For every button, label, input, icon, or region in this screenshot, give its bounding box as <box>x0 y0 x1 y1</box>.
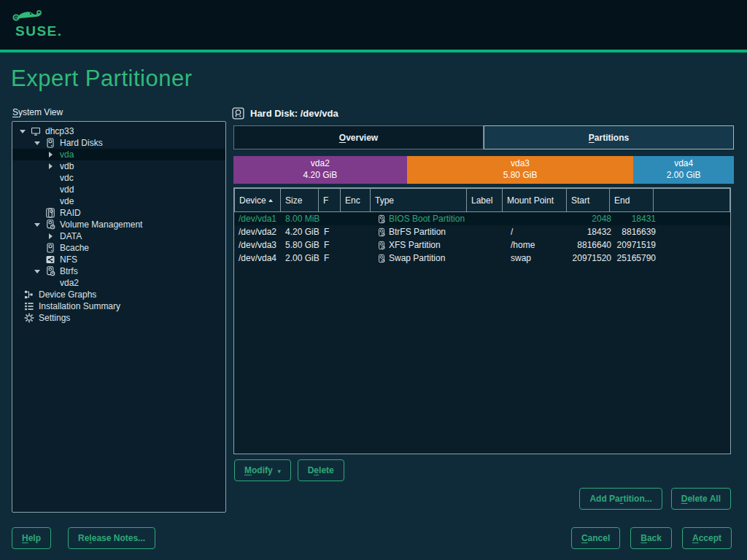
expanded-arrow-icon[interactable] <box>34 223 45 227</box>
tree-item-raid[interactable]: RAID <box>12 207 225 219</box>
tree-item-vdd[interactable]: vdd <box>12 184 225 195</box>
cell-type: Swap Partition <box>373 253 470 263</box>
tree-item-hard-disks[interactable]: Hard Disks <box>12 137 225 149</box>
row-actions: Modify▾Delete <box>234 459 344 481</box>
tab-partitions[interactable]: Partitions <box>484 125 734 149</box>
expanded-arrow-icon[interactable] <box>34 270 45 273</box>
expanded-arrow-icon[interactable] <box>34 141 45 145</box>
column-header-label: End <box>614 195 630 206</box>
tree-item-label: RAID <box>60 208 81 218</box>
raid-icon <box>45 208 55 218</box>
graphs-icon <box>24 289 34 300</box>
tree-item-label: Settings <box>39 313 70 323</box>
cancel-button[interactable]: Cancel <box>571 527 620 549</box>
cell-start: 18432 <box>571 227 615 237</box>
tree-item-label: dhcp33 <box>45 126 74 136</box>
column-header-label: Enc <box>345 195 360 206</box>
cell-f: F <box>320 227 342 237</box>
partition-segment-vda4[interactable]: vda42.00 GiB <box>633 156 734 184</box>
summary-icon <box>24 301 34 311</box>
column-header-mount[interactable]: Mount Point <box>502 188 567 212</box>
system-view-tree: dhcp33Hard DisksvdavdbvdcvddvdeRAIDVolum… <box>12 121 226 513</box>
tree-item-nfs[interactable]: NFS <box>12 254 225 265</box>
partition-segment-vda2[interactable]: vda24.20 GiB <box>233 156 407 184</box>
column-header-label[interactable]: Label <box>466 188 503 212</box>
tree-item-vda[interactable]: vda <box>12 149 225 160</box>
tree-item-label: Hard Disks <box>60 138 103 148</box>
hard-disk-icon <box>45 243 55 253</box>
cell-f: F <box>320 240 342 250</box>
cell-start: 2048 <box>571 214 615 224</box>
tree-item-label: NFS <box>60 254 77 265</box>
collapsed-arrow-icon[interactable] <box>49 233 60 239</box>
cell-type-label: BIOS Boot Partition <box>389 214 465 224</box>
tree-item-installation-summary[interactable]: Installation Summary <box>12 300 225 312</box>
tree-item-bcache[interactable]: Bcache <box>12 242 225 254</box>
collapsed-arrow-icon[interactable] <box>49 152 60 158</box>
column-header-size[interactable]: Size <box>280 188 319 212</box>
tree-item-label: vdb <box>60 161 74 171</box>
tree-item-settings[interactable]: Settings <box>12 312 225 324</box>
hard-disk-icon <box>232 107 244 120</box>
partition-size: 5.80 GiB <box>503 170 538 182</box>
column-header-enc[interactable]: Enc <box>340 188 371 212</box>
tree-item-device-graphs[interactable]: Device Graphs <box>12 289 225 300</box>
tree-item-label: Device Graphs <box>39 289 96 300</box>
partitions-table: DeviceSizeFEncTypeLabelMount PointStartE… <box>233 187 731 454</box>
tree-item-vde[interactable]: vde <box>12 195 225 207</box>
column-header-label: Mount Point <box>507 195 554 206</box>
tree-item-btrfs[interactable]: Btrfs <box>12 265 225 277</box>
tree-item-vdc[interactable]: vdc <box>12 172 225 184</box>
cell-end: 18431 <box>615 214 659 224</box>
disk-small-icon <box>377 228 386 237</box>
tree-item-dhcp33[interactable]: dhcp33 <box>12 125 225 137</box>
tree-item-label: vde <box>60 196 74 206</box>
footer-right-buttons: CancelBackAccept <box>571 527 732 549</box>
tab-overview[interactable]: Overview <box>233 125 484 149</box>
table-row-dev-vda4[interactable]: /dev/vda42.00 GiBFSwap Partitionswap2097… <box>234 252 730 265</box>
column-header-f[interactable]: F <box>318 188 341 212</box>
cell-device: /dev/vda3 <box>234 240 281 250</box>
add-partition-button[interactable]: Add Partition... <box>579 488 662 510</box>
partition-name: vda3 <box>511 158 530 170</box>
partition-size: 2.00 GiB <box>667 170 701 182</box>
table-body: /dev/vda18.00 MiBBIOS Boot Partition2048… <box>234 212 730 265</box>
back-button[interactable]: Back <box>630 527 672 549</box>
column-header-device[interactable]: Device <box>234 188 281 212</box>
cell-end: 25165790 <box>615 253 659 263</box>
tree-item-vdb[interactable]: vdb <box>12 160 225 172</box>
column-header-type[interactable]: Type <box>370 188 467 212</box>
tree-item-data[interactable]: DATA <box>12 230 225 242</box>
gear-icon <box>24 313 34 323</box>
tree-item-label: vda2 <box>60 278 79 288</box>
tree-item-volume-management[interactable]: Volume Management <box>12 219 225 230</box>
table-row-dev-vda3[interactable]: /dev/vda35.80 GiBFXFS Partition/home8816… <box>234 238 730 252</box>
release-notes-button[interactable]: Release Notes... <box>68 527 155 549</box>
cell-mount: / <box>506 227 571 237</box>
column-header-filler <box>653 188 730 212</box>
dropdown-arrow-icon: ▾ <box>278 468 281 475</box>
expanded-arrow-icon[interactable] <box>20 130 31 133</box>
cell-type: BtrFS Partition <box>373 227 470 237</box>
page-title: Expert Partitioner <box>11 66 193 92</box>
cell-type: XFS Partition <box>373 240 470 250</box>
tree-item-vda2[interactable]: vda2 <box>12 277 225 289</box>
cell-size: 4.20 GiB <box>281 227 320 237</box>
help-button[interactable]: Help <box>12 527 51 549</box>
table-row-dev-vda2[interactable]: /dev/vda24.20 GiBFBtrFS Partition/184328… <box>234 225 730 238</box>
accept-button[interactable]: Accept <box>682 527 732 549</box>
sort-ascending-icon <box>268 199 273 202</box>
collapsed-arrow-icon[interactable] <box>49 163 60 169</box>
top-bar: SUSE. <box>0 0 747 50</box>
modify-button[interactable]: Modify▾ <box>234 459 291 481</box>
partition-name: vda4 <box>674 158 693 170</box>
partition-size: 4.20 GiB <box>303 170 338 182</box>
column-header-start[interactable]: Start <box>566 188 610 212</box>
column-header-end[interactable]: End <box>609 188 654 212</box>
table-row-dev-vda1[interactable]: /dev/vda18.00 MiBBIOS Boot Partition2048… <box>234 212 730 225</box>
cell-mount: /home <box>506 240 571 250</box>
delete-button[interactable]: Delete <box>298 459 344 481</box>
partition-segment-vda3[interactable]: vda35.80 GiB <box>407 156 634 184</box>
nfs-icon <box>45 254 55 265</box>
delete-all-button[interactable]: Delete All <box>671 488 731 510</box>
